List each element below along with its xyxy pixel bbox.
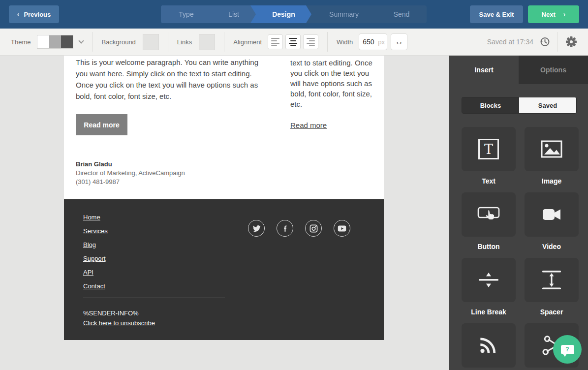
alignment-buttons	[268, 34, 318, 49]
toolbar-divider	[327, 32, 328, 52]
line-break-block-icon	[462, 258, 516, 302]
signature-name: Brian Gladu	[76, 160, 185, 169]
previous-button-label: Previous	[24, 11, 51, 18]
social-icons-row	[248, 220, 350, 237]
footer-link-support[interactable]: Support	[83, 255, 108, 262]
footer-link-api[interactable]: API	[83, 269, 108, 276]
chevron-left-icon: ‹	[17, 10, 20, 18]
design-toolbar: Theme Background Links Alignment Width p…	[0, 29, 588, 56]
width-input[interactable]	[363, 38, 375, 46]
youtube-icon[interactable]	[334, 220, 350, 237]
button-block-icon	[462, 192, 516, 237]
spacer-block-icon	[525, 258, 579, 302]
width-label: Width	[337, 38, 353, 46]
instagram-icon[interactable]	[305, 220, 322, 237]
signature-block[interactable]: Brian Gladu Director of Marketing, Activ…	[76, 160, 185, 186]
revision-history-icon[interactable]	[539, 36, 550, 47]
email-preview: This is your welcome paragraph. You can …	[64, 56, 384, 340]
block-line-break[interactable]: Line Break	[462, 258, 516, 316]
read-more-button[interactable]: Read more	[76, 114, 127, 135]
sender-info-placeholder[interactable]: %SENDER-INFO%	[83, 309, 139, 317]
rss-block-icon	[462, 323, 516, 368]
step-summary[interactable]: Summary	[306, 5, 376, 23]
segment-blocks[interactable]: Blocks	[462, 97, 519, 113]
insert-sidebar: Insert Options Blocks Saved T Text Image	[449, 56, 588, 370]
footer-divider	[83, 298, 225, 298]
toolbar-divider	[168, 32, 168, 52]
block-label: Spacer	[540, 308, 563, 316]
unsubscribe-link[interactable]: Click here to unsubscribe	[83, 319, 155, 327]
next-button-label: Next	[542, 11, 556, 18]
toolbar-divider	[224, 32, 224, 52]
wizard-steps: Type List Design Summary Send	[161, 5, 427, 23]
previous-button[interactable]: ‹ Previous	[9, 5, 59, 23]
alignment-label: Alignment	[233, 38, 262, 46]
align-center-button[interactable]	[285, 34, 301, 49]
width-unit-label: px	[378, 38, 385, 46]
chevron-down-icon	[79, 38, 84, 43]
step-type[interactable]: Type	[161, 5, 212, 23]
width-input-wrap: px	[359, 33, 387, 50]
links-color-picker[interactable]	[199, 34, 215, 50]
video-block-icon	[525, 192, 579, 237]
theme-label: Theme	[11, 38, 31, 46]
settings-gear-icon[interactable]	[565, 36, 577, 48]
block-label: Video	[542, 243, 561, 251]
help-chat-button[interactable]: ?	[553, 335, 582, 364]
image-block-icon	[525, 127, 579, 171]
side-paragraph[interactable]: text to start editing. Once you click on…	[290, 58, 373, 109]
segment-saved[interactable]: Saved	[519, 97, 576, 113]
step-list[interactable]: List	[206, 5, 256, 23]
signature-title: Director of Marketing, ActiveCampaign	[76, 169, 185, 178]
block-label: Button	[477, 243, 499, 251]
footer-link-contact[interactable]: Contact	[83, 282, 108, 290]
sidebar-tabs: Insert Options	[449, 56, 588, 84]
facebook-icon[interactable]	[277, 220, 293, 237]
save-exit-button[interactable]: Save & Exit	[470, 5, 523, 23]
links-label: Links	[177, 38, 192, 46]
full-width-button[interactable]: ↔	[391, 33, 407, 50]
text-block-icon: T	[462, 127, 516, 171]
block-image[interactable]: Image	[525, 127, 579, 185]
next-button[interactable]: Next ›	[528, 5, 579, 23]
signature-phone: (301) 481-9987	[76, 178, 185, 186]
block-video[interactable]: Video	[525, 192, 579, 251]
footer-links: Home Services Blog Support API Contact	[83, 214, 108, 296]
block-rss[interactable]	[462, 323, 516, 370]
block-button[interactable]: Button	[462, 192, 516, 251]
email-canvas: This is your welcome paragraph. You can …	[0, 56, 449, 370]
block-text[interactable]: T Text	[462, 127, 516, 185]
read-more-link[interactable]: Read more	[290, 121, 327, 129]
theme-color-dark	[61, 35, 73, 48]
chat-bubble-icon: ?	[561, 345, 574, 354]
block-label: Text	[482, 177, 495, 185]
theme-color-white	[37, 35, 49, 48]
blocks-saved-toggle: Blocks Saved	[462, 97, 577, 114]
email-body-section: This is your welcome paragraph. You can …	[64, 56, 384, 199]
top-navigation-bar: ‹ Previous Type List Design Summary Send…	[0, 0, 588, 29]
toolbar-divider	[557, 32, 557, 52]
align-left-button[interactable]	[268, 34, 283, 49]
footer-link-blog[interactable]: Blog	[83, 241, 108, 248]
question-mark: ?	[565, 346, 569, 353]
align-right-button[interactable]	[303, 34, 318, 49]
blocks-grid: T Text Image Button	[462, 127, 579, 370]
twitter-icon[interactable]	[248, 220, 265, 237]
background-color-picker[interactable]	[143, 34, 159, 50]
saved-status: Saved at 17:34	[487, 38, 533, 46]
block-label: Image	[542, 177, 561, 185]
block-label: Line Break	[471, 308, 506, 316]
email-footer-section: Home Services Blog Support API Contact	[64, 199, 384, 340]
footer-link-home[interactable]: Home	[83, 214, 108, 221]
step-design[interactable]: Design	[250, 5, 311, 23]
tab-insert[interactable]: Insert	[449, 56, 519, 84]
footer-link-services[interactable]: Services	[83, 227, 108, 235]
toolbar-divider	[92, 32, 93, 52]
theme-picker[interactable]	[37, 35, 73, 49]
theme-color-gray	[49, 35, 61, 48]
tab-options[interactable]: Options	[519, 56, 588, 84]
block-spacer[interactable]: Spacer	[525, 258, 579, 316]
step-send[interactable]: Send	[371, 5, 427, 23]
background-label: Background	[101, 38, 135, 46]
welcome-paragraph[interactable]: This is your welcome paragraph. You can …	[76, 57, 264, 102]
